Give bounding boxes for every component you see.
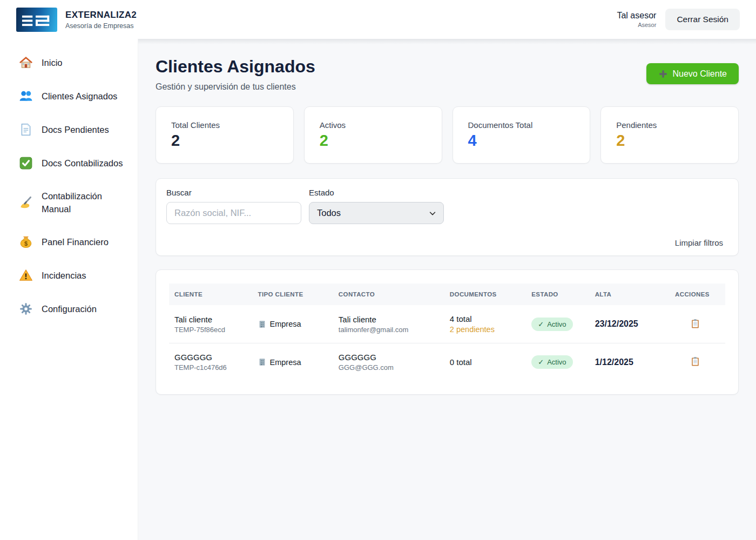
contact-email: GGG@GGG.com bbox=[339, 363, 439, 372]
tipo-label: Empresa bbox=[270, 320, 301, 328]
check-icon bbox=[18, 156, 33, 170]
user-meta: Tal asesor Asesor bbox=[617, 11, 656, 28]
search-input[interactable] bbox=[166, 202, 301, 224]
status-label: Activo bbox=[547, 320, 566, 328]
gear-icon bbox=[18, 302, 33, 316]
clear-filters-link[interactable]: Limpiar filtros bbox=[166, 238, 723, 247]
clipboard-icon bbox=[690, 356, 700, 367]
sidebar-item-clientes-asignados[interactable]: Clientes Asignados bbox=[18, 89, 128, 103]
stat-value: 4 bbox=[468, 132, 575, 150]
sidebar-item-label: Incidencias bbox=[42, 269, 86, 282]
estado-select[interactable]: Todos bbox=[309, 202, 444, 224]
sidebar-item-label: Docs Pendientes bbox=[42, 123, 109, 136]
col-documentos: DOCUMENTOS bbox=[444, 284, 526, 305]
search-field-group: Buscar bbox=[166, 188, 301, 224]
table-header-row: CLIENTE TIPO CLIENTE CONTACTO DOCUMENTOS… bbox=[169, 284, 725, 305]
col-alta: ALTA bbox=[590, 284, 670, 305]
contact-name: GGGGGG bbox=[339, 353, 439, 362]
tipo-cell: Empresa bbox=[253, 343, 333, 381]
estado-selected-value: Todos bbox=[317, 208, 341, 218]
check-icon: ✓ bbox=[538, 320, 544, 328]
sidebar-item-panel-financiero[interactable]: $ Panel Financiero bbox=[18, 235, 128, 249]
sidebar-item-docs-pendientes[interactable]: Docs Pendientes bbox=[18, 123, 128, 137]
sidebar-item-configuracion[interactable]: Configuración bbox=[18, 302, 128, 316]
client-name: Tali cliente bbox=[174, 315, 247, 324]
alta-date: 23/12/2025 bbox=[595, 319, 638, 328]
docs-total: 4 total bbox=[450, 314, 521, 323]
table-row: GGGGGG TEMP-c1c476d6 bbox=[169, 343, 725, 381]
logo-e2-glyph bbox=[21, 11, 52, 29]
client-cell: GGGGGG TEMP-c1c476d6 bbox=[169, 343, 253, 381]
user-role: Asesor bbox=[617, 22, 656, 28]
col-tipo: TIPO CLIENTE bbox=[253, 284, 333, 305]
sidebar-item-label: Clientes Asignados bbox=[42, 90, 117, 103]
top-bar: EXTERNALIZA2 Asesoría de Empresas Tal as… bbox=[0, 0, 756, 39]
stat-value: 2 bbox=[616, 132, 723, 150]
brand: EXTERNALIZA2 Asesoría de Empresas bbox=[16, 8, 137, 32]
client-code: TEMP-c1c476d6 bbox=[174, 363, 247, 372]
logout-button[interactable]: Cerrar Sesión bbox=[665, 9, 740, 30]
clipboard-action-button[interactable] bbox=[689, 355, 701, 368]
sidebar-item-label: Inicio bbox=[42, 56, 63, 69]
plus-icon bbox=[658, 69, 668, 79]
tipo-cell: Empresa bbox=[253, 305, 333, 343]
stat-card-activos: Activos 2 bbox=[304, 106, 442, 164]
status-label: Activo bbox=[547, 358, 566, 366]
documents-cell: 4 total 2 pendientes bbox=[444, 305, 526, 343]
main-content: Clientes Asignados Gestión y supervisión… bbox=[138, 39, 756, 540]
sidebar-item-contabilizacion-manual[interactable]: Contabilización Manual bbox=[18, 190, 128, 215]
users-icon bbox=[18, 89, 33, 103]
user-area: Tal asesor Asesor Cerrar Sesión bbox=[617, 9, 740, 30]
sidebar-item-label: Contabilización Manual bbox=[42, 190, 128, 215]
sidebar-item-label: Panel Financiero bbox=[42, 235, 109, 248]
status-badge: ✓ Activo bbox=[531, 355, 572, 369]
docs-pending: 2 pendientes bbox=[450, 325, 521, 334]
sidebar-item-docs-contabilizados[interactable]: Docs Contabilizados bbox=[18, 156, 128, 170]
warning-icon bbox=[18, 268, 33, 282]
acciones-cell bbox=[670, 343, 725, 381]
stat-label: Total Clientes bbox=[171, 120, 278, 130]
estado-field-group: Estado Todos bbox=[309, 188, 444, 224]
stat-card-pendientes: Pendientes 2 bbox=[600, 106, 739, 164]
col-contacto: CONTACTO bbox=[333, 284, 444, 305]
writing-hand-icon bbox=[18, 195, 33, 210]
sidebar-item-inicio[interactable]: Inicio bbox=[18, 56, 128, 70]
sidebar-item-label: Configuración bbox=[42, 302, 97, 315]
contact-email: talimonfer@gmail.com bbox=[339, 326, 439, 334]
new-client-button[interactable]: Nuevo Cliente bbox=[646, 63, 739, 84]
sidebar-item-incidencias[interactable]: Incidencias bbox=[18, 268, 128, 282]
col-cliente: CLIENTE bbox=[169, 284, 253, 305]
brand-name: EXTERNALIZA2 bbox=[65, 10, 137, 21]
client-cell: Tali cliente TEMP-75f86ecd bbox=[169, 305, 253, 343]
contact-name: Tali cliente bbox=[339, 315, 439, 324]
building-icon bbox=[258, 358, 266, 366]
externaliza2-logo bbox=[16, 8, 57, 32]
new-client-label: Nuevo Cliente bbox=[673, 69, 727, 79]
sidebar: Inicio Clientes Asignados bbox=[0, 39, 138, 540]
clipboard-action-button[interactable] bbox=[689, 318, 701, 330]
chevron-down-icon bbox=[429, 210, 436, 217]
client-name: GGGGGG bbox=[174, 353, 247, 362]
tipo-label: Empresa bbox=[270, 358, 301, 367]
house-icon bbox=[18, 56, 33, 70]
acciones-cell bbox=[670, 305, 725, 343]
col-acciones: ACCIONES bbox=[670, 284, 725, 305]
client-code: TEMP-75f86ecd bbox=[174, 326, 247, 334]
documents-cell: 0 total bbox=[444, 343, 526, 381]
status-badge: ✓ Activo bbox=[531, 318, 572, 331]
alta-cell: 23/12/2025 bbox=[590, 305, 670, 343]
stat-label: Pendientes bbox=[616, 120, 723, 130]
building-icon bbox=[258, 320, 266, 328]
stat-card-total-clientes: Total Clientes 2 bbox=[156, 106, 294, 164]
page-header: Clientes Asignados Gestión y supervisión… bbox=[156, 57, 739, 92]
filters-panel: Buscar Estado Todos Limpiar filt bbox=[156, 178, 739, 256]
clients-table: CLIENTE TIPO CLIENTE CONTACTO DOCUMENTOS… bbox=[169, 284, 725, 381]
contact-cell: GGGGGG GGG@GGG.com bbox=[333, 343, 444, 381]
estado-cell: ✓ Activo bbox=[526, 343, 589, 381]
docs-total: 0 total bbox=[450, 357, 521, 367]
search-label: Buscar bbox=[166, 188, 301, 197]
sidebar-item-label: Docs Contabilizados bbox=[42, 157, 123, 170]
estado-cell: ✓ Activo bbox=[526, 305, 589, 343]
stat-value: 2 bbox=[320, 132, 427, 150]
money-bag-icon: $ bbox=[18, 235, 33, 249]
